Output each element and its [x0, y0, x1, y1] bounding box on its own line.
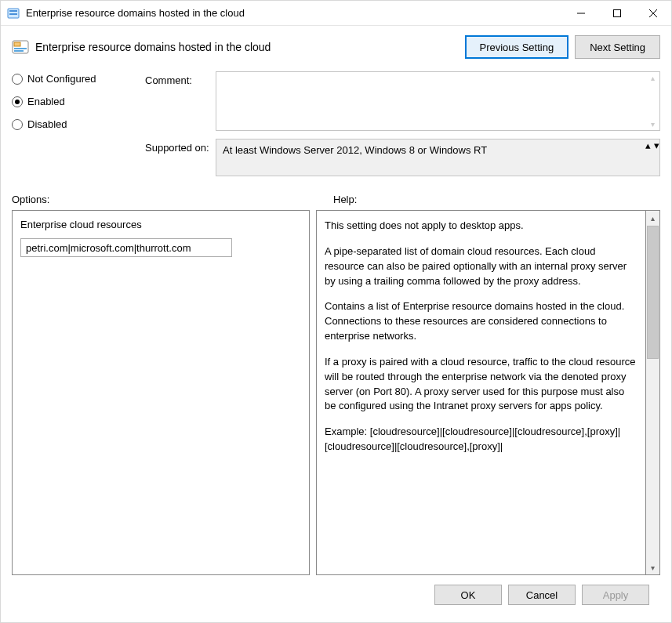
- chevron-up-icon: ▴: [645, 139, 651, 151]
- radio-not-configured[interactable]: Not Configured: [12, 73, 145, 85]
- next-setting-button[interactable]: Next Setting: [575, 35, 660, 59]
- window-controls: [563, 1, 671, 25]
- comment-textarea[interactable]: ▴ ▾: [216, 71, 660, 131]
- previous-setting-button[interactable]: Previous Setting: [465, 35, 569, 59]
- comment-label: Comment:: [145, 71, 216, 131]
- options-label: Options:: [12, 194, 333, 205]
- help-panel: This setting does not apply to desktop a…: [316, 210, 646, 575]
- radio-label: Enabled: [27, 96, 65, 107]
- title-bar: Enterprise resource domains hosted in th…: [1, 1, 671, 26]
- radio-icon: [12, 119, 23, 130]
- supported-on-box: At least Windows Server 2012, Windows 8 …: [216, 139, 660, 176]
- apply-button[interactable]: Apply: [582, 585, 649, 605]
- window-app-icon: [7, 7, 20, 20]
- radio-icon: [12, 74, 23, 85]
- supported-scrollbar[interactable]: ▴ ▾: [645, 139, 659, 176]
- supported-on-label: Supported on:: [145, 139, 216, 176]
- cancel-button[interactable]: Cancel: [508, 585, 576, 605]
- help-label: Help:: [333, 194, 357, 205]
- svg-rect-7: [14, 50, 24, 52]
- radio-enabled[interactable]: Enabled: [12, 96, 145, 107]
- help-paragraph: A pipe-separated list of domain cloud re…: [325, 244, 637, 289]
- help-paragraph: Contains a list of Enterprise resource d…: [325, 299, 637, 344]
- svg-rect-2: [9, 13, 17, 15]
- policy-icon: [12, 38, 29, 56]
- comment-scrollbar[interactable]: ▴ ▾: [645, 72, 659, 130]
- ok-button[interactable]: OK: [434, 585, 502, 605]
- minimize-button[interactable]: [563, 1, 599, 26]
- state-radiogroup: Not Configured Enabled Disabled: [12, 71, 145, 176]
- page-header: Enterprise resource domains hosted in th…: [12, 35, 660, 59]
- help-paragraph: Example: [cloudresource]|[cloudresource]…: [325, 425, 637, 455]
- svg-rect-3: [614, 10, 621, 17]
- chevron-down-icon: ▾: [646, 560, 659, 574]
- chevron-up-icon: ▴: [646, 211, 659, 225]
- svg-rect-1: [9, 10, 17, 12]
- scrollbar-thumb[interactable]: [647, 226, 659, 359]
- scrollbar-track[interactable]: [646, 360, 659, 560]
- options-panel: Enterprise cloud resources: [12, 210, 310, 575]
- window-title: Enterprise resource domains hosted in th…: [26, 7, 563, 19]
- chevron-down-icon: ▾: [654, 139, 659, 151]
- svg-rect-6: [14, 48, 27, 49]
- chevron-down-icon: ▾: [651, 120, 655, 129]
- svg-rect-5: [14, 42, 20, 46]
- enterprise-cloud-resources-input[interactable]: [20, 238, 232, 257]
- comment-value: [216, 72, 645, 130]
- close-button[interactable]: [635, 1, 671, 26]
- radio-disabled[interactable]: Disabled: [12, 118, 145, 130]
- help-scrollbar[interactable]: ▴ ▾: [646, 210, 660, 575]
- radio-icon: [12, 96, 23, 107]
- dialog-footer: OK Cancel Apply: [12, 575, 660, 614]
- maximize-button[interactable]: [599, 1, 635, 26]
- page-title: Enterprise resource domains hosted in th…: [35, 41, 459, 53]
- help-paragraph: This setting does not apply to desktop a…: [325, 219, 637, 234]
- options-field-label: Enterprise cloud resources: [20, 219, 301, 230]
- supported-on-value: At least Windows Server 2012, Windows 8 …: [216, 139, 645, 176]
- radio-label: Not Configured: [27, 73, 96, 85]
- chevron-up-icon: ▴: [651, 74, 655, 82]
- radio-label: Disabled: [27, 118, 67, 130]
- help-paragraph: If a proxy is paired with a cloud resour…: [325, 355, 637, 414]
